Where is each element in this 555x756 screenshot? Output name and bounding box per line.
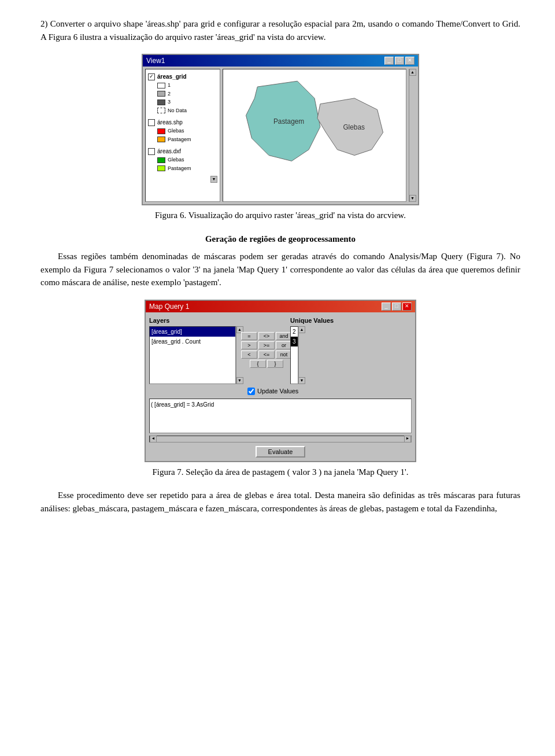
op-not[interactable]: not [276,351,292,359]
legend-box-1 [157,83,165,88]
figure-6-container: View1 _ □ ✕ ✓ áreas_grid 1 [40,54,520,222]
legend-pastagem-shp: Pastagem [168,136,191,144]
op-row-3: < <= not [241,351,292,359]
titlebar-buttons: _ □ ✕ [384,57,415,65]
para2: Essas regiões também denominadas de másc… [40,250,520,289]
legend-areas-shp-label: áreas.shp [157,118,183,127]
section-heading: Geração de regiões de geoprocessamento [40,233,520,246]
legend-box-3 [157,99,165,105]
legend-areas-grid-label: áreas_grid [157,72,187,81]
mapquery-titlebar-buttons: _ □ ✕ [382,303,412,311]
checkbox-areas-shp[interactable] [148,119,155,126]
mq-operators: = <> and > >= or < <= not [246,316,287,385]
op-row-2: > >= or [241,341,292,349]
map-svg: Pastagem Glebas [223,69,406,201]
mapquery-close-button[interactable]: ✕ [402,303,412,311]
op-or[interactable]: or [276,341,292,349]
values-scroll-up[interactable]: ▲ [298,326,305,333]
op-equals[interactable]: = [241,332,257,340]
legend-box-2 [157,91,165,97]
update-values-label: Update Values [257,386,298,396]
expr-scroll-left[interactable]: ◄ [150,436,157,442]
legend-glebas-dxf: Glebas [168,156,184,164]
op-gt[interactable]: > [241,341,257,349]
view1-legend: ✓ áreas_grid 1 2 3 [145,69,220,202]
legend-scroll-down[interactable]: ▼ [210,176,217,183]
map-label-pastagem: Pastagem [273,117,304,126]
figure-7-container: Map Query 1 _ □ ✕ Layers [áreas_grid] [á… [40,300,520,479]
scroll-up-arrow[interactable]: ▲ [409,69,416,76]
checkbox-areas-grid[interactable]: ✓ [148,73,155,80]
update-values-row: Update Values [149,386,412,396]
map-label-glebas: Glebas [343,123,365,131]
legend-areas-grid: ✓ áreas_grid 1 2 3 [148,72,217,115]
close-button[interactable]: ✕ [405,57,415,65]
layer-item-1[interactable]: [áreas_grid] [150,327,235,337]
legend-label-3: 3 [168,98,171,106]
minimize-button[interactable]: _ [384,57,394,65]
legend-box-glebas-dxf [157,157,165,163]
legend-areas-shp: áreas.shp Glebas Pastagem [148,118,217,143]
legend-box-pastagem-shp [157,137,165,142]
legend-areas-dxf-label: áreas.dxf [157,147,181,156]
values-scrollbar: ▲ ▼ [298,326,305,384]
legend-box-glebas-shp [157,128,165,134]
layers-label: Layers [149,316,243,326]
mapquery-titlebar: Map Query 1 _ □ ✕ [146,301,415,312]
op-and[interactable]: and [276,332,292,340]
scroll-down-arrow[interactable]: ▼ [409,195,416,202]
values-scroll-down[interactable]: ▼ [298,377,305,384]
legend-areas-dxf: áreas.dxf Glebas Pastagem [148,147,217,172]
view1-body: ✓ áreas_grid 1 2 3 [143,67,418,204]
value-item-2[interactable]: 2 [291,327,298,337]
expression-box[interactable]: ( [áreas_grid] = 3.AsGrid [149,399,412,433]
op-gte[interactable]: >= [258,341,275,349]
map-scrollbar: ▲ ▼ [409,69,416,202]
legend-box-pastagem-dxf [157,165,165,171]
mq-main-row: Layers [áreas_grid] [áreas_grid . Count … [149,316,412,385]
op-notequals[interactable]: <> [258,332,275,340]
intro-paragraph: 2) Converter o arquivo shape 'áreas.shp'… [40,17,520,43]
layers-scroll-down[interactable]: ▼ [236,377,243,384]
legend-label-1: 1 [168,82,171,90]
view1-window: View1 _ □ ✕ ✓ áreas_grid 1 [142,54,419,205]
op-open-brace[interactable]: { [250,360,266,368]
mq-values-section: Unique Values 2 3 ▲ ▼ [290,316,412,385]
fig7-caption: Figura 7. Seleção da área de pastagem ( … [152,466,408,479]
value-item-3[interactable]: 3 [291,337,298,346]
layer-item-2[interactable]: [áreas_grid . Count [150,337,235,346]
legend-glebas-shp: Glebas [168,127,184,135]
values-label: Unique Values [290,316,412,326]
op-row-4: { } [250,360,283,368]
expr-scroll-right[interactable]: ► [404,436,411,442]
maximize-button[interactable]: □ [395,57,404,65]
evaluate-row: Evaluate [149,446,412,458]
fig6-caption: Figura 6. Visualização do arquivo raster… [155,209,406,222]
expression-text: ( [áreas_grid] = 3.AsGrid [151,401,214,408]
values-listbox[interactable]: 2 3 [290,326,298,384]
legend-pastagem-dxf: Pastagem [168,165,191,173]
update-values-checkbox[interactable] [247,388,255,395]
view1-title: View1 [146,56,165,66]
layers-listbox-wrapper: [áreas_grid] [áreas_grid . Count ▲ ▼ [149,326,243,384]
op-lte[interactable]: <= [258,351,275,359]
expression-scrollbar: ◄ ► [149,436,412,442]
op-row-1: = <> and [241,332,292,340]
op-lt[interactable]: < [241,351,257,359]
checkbox-areas-dxf[interactable] [148,148,155,155]
layers-listbox[interactable]: [áreas_grid] [áreas_grid . Count [149,326,236,384]
values-listbox-wrapper: 2 3 ▲ ▼ [290,326,412,384]
mapquery-title: Map Query 1 [149,301,189,312]
legend-label-2: 2 [168,90,171,98]
mapquery-window: Map Query 1 _ □ ✕ Layers [áreas_grid] [á… [145,300,416,462]
mq-layers-section: Layers [áreas_grid] [áreas_grid . Count … [149,316,243,385]
para3: Esse procedimento deve ser repetido para… [40,489,520,515]
evaluate-button[interactable]: Evaluate [256,446,306,458]
view1-titlebar: View1 _ □ ✕ [143,55,418,67]
op-close-brace[interactable]: } [267,360,283,368]
mapquery-minimize-button[interactable]: _ [382,303,391,311]
mapquery-maximize-button[interactable]: □ [392,303,401,311]
view1-map: Pastagem Glebas [223,69,406,202]
mapquery-body: Layers [áreas_grid] [áreas_grid . Count … [146,312,415,461]
legend-box-nodata [157,108,165,113]
